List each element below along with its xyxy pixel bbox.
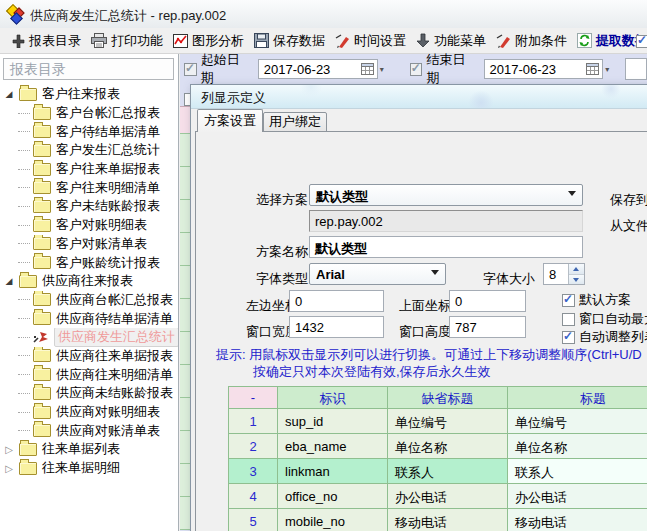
tree-item[interactable]: 客户往来单据报表 <box>2 160 178 179</box>
red-pen-icon <box>496 34 511 48</box>
font-type-combo[interactable]: Arial <box>309 263 446 285</box>
folder-icon <box>33 387 51 400</box>
tree-item[interactable]: 客户往来明细清单 <box>2 178 178 197</box>
tree-item[interactable]: 供应商待结单据清单 <box>2 309 178 328</box>
table-header-row: - 标识 缺省标题 标题 <box>229 387 647 409</box>
table-header-cell[interactable]: 标识 <box>278 387 388 409</box>
scheme-select-combo[interactable]: 默认类型 <box>309 184 583 206</box>
tree-item[interactable]: 供应商往来明细清单 <box>2 365 178 384</box>
function-menu-button[interactable]: 功能菜单 <box>411 30 491 52</box>
dialog-titlebar: 列显示定义 <box>191 85 647 109</box>
tree-item[interactable]: 客户对账明细表 <box>2 216 178 235</box>
start-date-input[interactable]: 2017-06-23 <box>258 59 378 79</box>
report-catalog-button[interactable]: 报表目录 <box>6 30 86 52</box>
scheme-code-field: rep.pay.002 <box>309 210 583 232</box>
dialog-title: 列显示定义 <box>201 89 266 107</box>
tree-item-selected-supplier-summary[interactable]: 供应商发生汇总统计 <box>2 328 178 347</box>
chart-analysis-button[interactable]: 图形分析 <box>168 30 249 52</box>
tree-item[interactable]: 客户发生汇总统计 <box>2 141 178 160</box>
tree-item[interactable]: 客户账龄统计报表 <box>2 253 178 272</box>
table-row[interactable]: 2 eba_name 单位名称 单位名称 <box>229 434 647 459</box>
scheme-name-input[interactable]: 默认类型 <box>309 236 583 258</box>
window-height-input[interactable]: 787 <box>449 316 526 338</box>
print-button[interactable]: 打印功能 <box>86 30 168 52</box>
column-definition-table: - 标识 缺省标题 标题 1 sup_id 单位编号 单位编号 2 eba_na… <box>228 386 647 531</box>
tree-connector <box>18 243 30 244</box>
folder-icon <box>33 293 51 306</box>
expanded-arrow-icon[interactable]: ◢ <box>2 276 16 286</box>
collapsed-arrow-icon[interactable]: ▷ <box>2 444 16 455</box>
save-data-button[interactable]: 保存数据 <box>249 30 330 52</box>
tree-connector <box>18 430 30 431</box>
tree-item[interactable]: 供应商往来单据报表 <box>2 347 178 366</box>
hint-line-2: 按确定只对本次登陆有效,保存后永久生效 <box>253 363 491 381</box>
folder-icon <box>33 144 51 157</box>
folder-icon <box>33 406 51 419</box>
tree-connector <box>18 206 30 207</box>
tree-connector <box>18 318 30 319</box>
calendar-icon <box>361 63 374 75</box>
expanded-arrow-icon[interactable]: ◢ <box>2 89 16 99</box>
table-header-cell[interactable]: 缺省标题 <box>388 387 508 409</box>
column-display-dialog: 列显示定义 方案设置 用户绑定 选择方案 默认类型 保存到 rep.pay.00… <box>190 84 647 531</box>
tree-item[interactable]: 客户台帐汇总报表 <box>2 104 178 123</box>
tree-item[interactable]: 供应商对账清单表 <box>2 421 178 440</box>
auto-adjust-columns-checkbox[interactable]: 自动调整列表 <box>562 328 647 346</box>
calendar-icon <box>586 63 599 75</box>
checkbox-icon <box>562 313 575 326</box>
end-date-dropdown-arrow[interactable]: ▾ <box>605 65 609 74</box>
active-report-icon <box>33 331 49 344</box>
tree-connector <box>18 412 30 413</box>
tree-node-supplier-reports[interactable]: ◢供应商往来报表 <box>2 272 178 291</box>
scheme-select-label: 选择方案 <box>256 191 308 209</box>
table-row[interactable]: 4 office_no 办公电话 办公电话 <box>229 484 647 509</box>
window-title: 供应商发生汇总统计 - rep.pay.002 <box>30 7 226 25</box>
table-row-selected[interactable]: 3 linkman 联系人 联系人 <box>229 459 647 484</box>
tree-connector <box>18 169 30 170</box>
window-width-input[interactable]: 1432 <box>289 316 384 338</box>
default-scheme-checkbox[interactable]: 默认方案 <box>562 291 631 309</box>
checkbox-icon <box>562 331 575 344</box>
window-titlebar: 供应商发生汇总统计 - rep.pay.002 <box>0 0 647 29</box>
start-date-dropdown-arrow[interactable]: ▾ <box>380 65 384 74</box>
stepper-up-icon[interactable] <box>569 264 584 275</box>
end-date-checkbox[interactable] <box>410 63 423 76</box>
save-to-button[interactable]: 保存到 <box>610 191 647 209</box>
stepper-down-icon[interactable] <box>569 275 584 285</box>
arrow-down-icon <box>416 33 430 48</box>
tab-user-binding[interactable]: 用户绑定 <box>263 112 327 132</box>
auto-maximize-checkbox[interactable]: 窗口自动最大 <box>562 310 647 328</box>
top-coord-label: 上面坐标 <box>399 297 451 315</box>
tree-item[interactable]: 供应商对账明细表 <box>2 403 178 422</box>
left-coord-input[interactable]: 0 <box>289 290 384 312</box>
time-settings-button[interactable]: 时间设置 <box>330 30 411 52</box>
tree-item[interactable]: 供应商台帐汇总报表 <box>2 291 178 310</box>
tree-connector <box>18 131 30 132</box>
folder-icon <box>33 200 51 213</box>
tree-node-voucher-list[interactable]: ▷往来单据列表 <box>2 440 178 459</box>
tree-node-voucher-detail[interactable]: ▷往来单据明细 <box>2 459 178 478</box>
table-header-cell[interactable]: - <box>229 387 278 409</box>
extra-conditions-button[interactable]: 附加条件 <box>491 30 572 52</box>
from-file-button[interactable]: 从文件 <box>610 217 647 235</box>
end-date-input[interactable]: 2017-06-23 <box>484 59 604 79</box>
tree-connector <box>18 187 30 188</box>
top-coord-input[interactable]: 0 <box>449 290 526 312</box>
tree-item[interactable]: 供应商未结账龄报表 <box>2 384 178 403</box>
tab-scheme-settings[interactable]: 方案设置 <box>197 109 263 132</box>
sidebar-search-box[interactable]: 报表目录 <box>3 58 174 80</box>
tree-connector <box>18 299 30 300</box>
tree-item[interactable]: 客户对账清单表 <box>2 235 178 254</box>
tree-node-customer-reports[interactable]: ◢客户往来报表 <box>2 85 178 104</box>
table-row[interactable]: 1 sup_id 单位编号 单位编号 <box>229 409 647 434</box>
plus-icon <box>11 34 25 48</box>
hint-line-1: 提示: 用鼠标双击显示列可以进行切换。可通过上下移动调整顺序(Ctrl+U/D <box>216 346 642 364</box>
font-size-stepper[interactable]: 8 <box>543 263 585 285</box>
collapsed-arrow-icon[interactable]: ▷ <box>2 463 16 474</box>
table-header-cell[interactable]: 标题 <box>508 387 647 409</box>
table-row[interactable]: 5 mobile_no 移动电话 移动电话 <box>229 509 647 531</box>
toolbar-right-checkbox[interactable] <box>636 35 647 48</box>
tree-item[interactable]: 客户待结单据清单 <box>2 122 178 141</box>
tree-item[interactable]: 客户未结账龄报表 <box>2 197 178 216</box>
start-date-checkbox[interactable] <box>184 63 197 76</box>
